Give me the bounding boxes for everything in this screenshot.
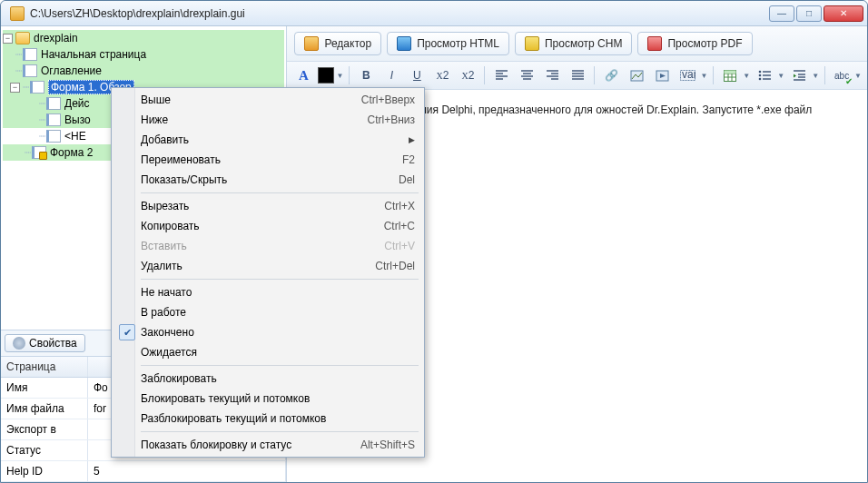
- svg-rect-26: [725, 70, 736, 74]
- gear-icon: [13, 337, 25, 350]
- chevron-down-icon[interactable]: ▼: [336, 72, 343, 80]
- chm-tab[interactable]: Просмотр CHM: [515, 32, 632, 55]
- ctx-lock-children[interactable]: Блокировать текущий и потомков: [113, 389, 422, 409]
- app-icon: [10, 6, 25, 21]
- ctx-status-inprogress[interactable]: В работе: [113, 302, 422, 322]
- tree-label: Дейс: [64, 97, 90, 110]
- align-center-button[interactable]: [516, 65, 538, 85]
- ctx-delete[interactable]: УдалитьCtrl+Del: [113, 256, 422, 276]
- subscript-button[interactable]: X2: [431, 65, 453, 85]
- context-menu: ВышеCtrl+Вверх НижеCtrl+Вниз Добавить▶ П…: [111, 87, 425, 458]
- table-button[interactable]: [719, 65, 741, 85]
- window-title: C:\Users\ZH\Desktop\drexplain\drexplain.…: [30, 7, 769, 20]
- edit-icon: [304, 36, 319, 51]
- chevron-down-icon[interactable]: ▼: [700, 72, 707, 80]
- tab-label: Свойства: [29, 337, 77, 350]
- ctx-lock[interactable]: Заблокировать: [113, 369, 422, 389]
- underline-button[interactable]: U: [406, 65, 428, 85]
- ctx-show-lock-status[interactable]: Показать блокировку и статусAlt+Shift+S: [113, 435, 422, 455]
- chevron-down-icon[interactable]: ▼: [743, 72, 750, 80]
- prop-value[interactable]: 5: [88, 461, 286, 481]
- grid-header-page[interactable]: Страница: [1, 357, 88, 377]
- prop-key: Имя файла: [1, 399, 88, 419]
- prop-key: Help ID: [1, 461, 88, 481]
- titlebar: C:\Users\ZH\Desktop\drexplain\drexplain.…: [1, 1, 867, 26]
- submenu-arrow-icon: ▶: [409, 135, 415, 144]
- align-left-button[interactable]: [490, 65, 512, 85]
- folder-icon: [15, 32, 30, 44]
- editor-tab[interactable]: Редактор: [294, 32, 381, 55]
- tree-root[interactable]: − drexplain: [3, 30, 284, 46]
- chm-icon: [525, 36, 539, 51]
- check-icon: ✔: [119, 324, 135, 340]
- indent-button[interactable]: [788, 65, 810, 85]
- list-button[interactable]: [754, 65, 775, 85]
- properties-tab[interactable]: Свойства: [5, 334, 85, 352]
- tree-item[interactable]: ┈ Оглавление: [3, 63, 284, 79]
- link-button[interactable]: 🔗: [600, 65, 622, 85]
- html-icon: [397, 36, 411, 51]
- svg-point-29: [758, 78, 761, 81]
- italic-button[interactable]: I: [380, 65, 402, 85]
- tree-label: drexplain: [34, 32, 78, 44]
- ctx-status-notstarted[interactable]: Не начато: [113, 282, 422, 302]
- ctx-copy[interactable]: КопироватьCtrl+C: [113, 216, 422, 236]
- video-button[interactable]: [651, 65, 673, 85]
- view-toolbar: Редактор Просмотр HTML Просмотр CHM Прос…: [287, 26, 867, 62]
- svg-point-27: [758, 71, 761, 74]
- tree-item[interactable]: ┈ Начальная страница: [3, 46, 284, 63]
- font-color-button[interactable]: A: [292, 65, 314, 85]
- page-icon: [46, 97, 61, 110]
- tree-label: <НЕ: [64, 130, 86, 143]
- pdf-icon: [647, 36, 662, 51]
- tree-label: Вызо: [64, 113, 91, 126]
- chevron-down-icon[interactable]: ▼: [777, 72, 784, 80]
- ctx-rename[interactable]: ПереименоватьF2: [113, 150, 422, 170]
- page-icon: [30, 81, 44, 94]
- collapse-icon[interactable]: −: [10, 83, 20, 93]
- ctx-toggle[interactable]: Показать/СкрытьDel: [113, 170, 422, 190]
- maximize-button[interactable]: □: [796, 5, 822, 22]
- ctx-unlock-children[interactable]: Разблокировать текущий и потомков: [113, 409, 422, 429]
- tree-label: Оглавление: [41, 64, 102, 77]
- align-justify-button[interactable]: [567, 65, 588, 85]
- align-right-button[interactable]: [541, 65, 563, 85]
- page-icon: [46, 130, 61, 143]
- image-button[interactable]: [626, 65, 647, 85]
- page-icon: [23, 64, 37, 77]
- chevron-down-icon[interactable]: ▼: [854, 72, 862, 80]
- spellcheck-button[interactable]: abc✔: [831, 65, 853, 85]
- page-icon: [23, 48, 37, 61]
- ctx-paste: ВставитьCtrl+V: [113, 236, 422, 256]
- tree-label: Начальная страница: [41, 48, 146, 61]
- prop-key: Статус: [1, 440, 88, 460]
- collapse-icon[interactable]: −: [3, 34, 13, 44]
- ctx-up[interactable]: ВышеCtrl+Вверх: [113, 90, 422, 110]
- close-button[interactable]: ✕: [824, 5, 863, 22]
- ctx-add[interactable]: Добавить▶: [113, 130, 422, 150]
- format-toolbar: A ▼ B I U X2 X2 🔗 var▼ ▼ ▼: [287, 62, 867, 90]
- svg-point-28: [758, 74, 761, 77]
- variable-button[interactable]: var: [676, 65, 698, 85]
- grid-row[interactable]: Help ID 5: [1, 461, 286, 482]
- prop-key: Имя: [1, 378, 88, 398]
- color-swatch[interactable]: [318, 67, 334, 84]
- ctx-down[interactable]: НижеCtrl+Вниз: [113, 110, 422, 130]
- superscript-button[interactable]: X2: [457, 65, 478, 85]
- page-icon: [46, 113, 61, 126]
- ctx-status-done[interactable]: ✔Закончено: [113, 322, 422, 342]
- svg-text:var: var: [682, 70, 695, 81]
- svg-marker-37: [794, 74, 796, 78]
- html-tab[interactable]: Просмотр HTML: [387, 32, 509, 55]
- ctx-status-waiting[interactable]: Ожидается: [113, 342, 422, 362]
- prop-key: Экспорт в: [1, 419, 88, 439]
- bold-button[interactable]: B: [355, 65, 377, 85]
- chevron-down-icon[interactable]: ▼: [812, 72, 819, 80]
- pdf-tab[interactable]: Просмотр PDF: [637, 32, 752, 55]
- ctx-cut[interactable]: ВырезатьCtrl+X: [113, 196, 422, 216]
- minimize-button[interactable]: —: [769, 5, 794, 22]
- page-lock-icon: [32, 146, 46, 159]
- tree-label: Форма 2: [50, 146, 93, 159]
